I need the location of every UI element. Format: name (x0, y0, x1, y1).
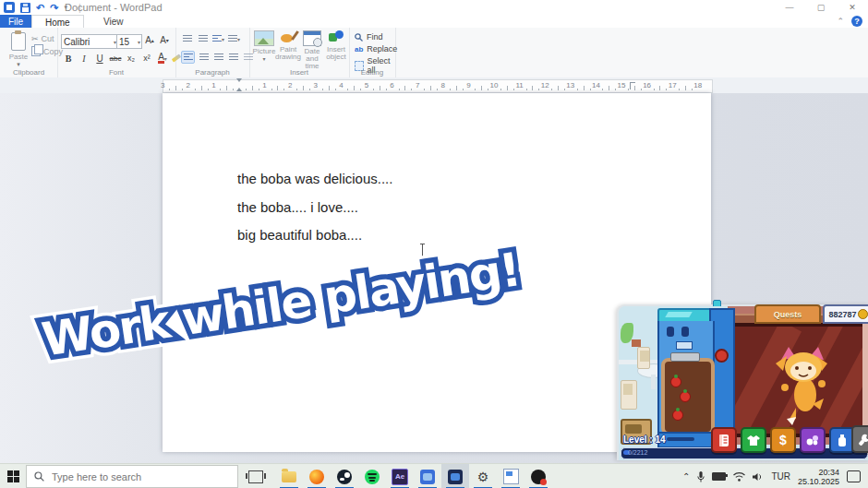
maximize-button[interactable]: ▢ (805, 0, 837, 15)
clock-date: 25.10.2025 (798, 477, 839, 486)
game-overlay[interactable]: Quests 882787 Level : 14 0/2212 $ (617, 304, 868, 460)
task-view-button[interactable] (242, 464, 270, 488)
window-controls: — ▢ ✕ (774, 0, 868, 15)
quest-log-button[interactable] (711, 427, 737, 453)
copy-icon (31, 46, 41, 56)
coin-icon (858, 309, 868, 319)
wardrobe-button[interactable] (741, 427, 766, 453)
taskbar-music-app[interactable] (524, 464, 552, 488)
taskbar-file-explorer[interactable] (275, 464, 303, 488)
shrink-font-button[interactable]: A▾ (157, 33, 172, 46)
wrench-icon (858, 434, 868, 446)
strikethrough-button[interactable]: abc (108, 52, 123, 65)
document-text: the boba was delicious.... the boba.... … (237, 165, 392, 250)
save-icon[interactable] (20, 3, 30, 13)
taskbar-settings[interactable]: ⚙ (469, 464, 497, 488)
replace-button[interactable]: ab Replace (355, 44, 397, 54)
windows-logo-icon (7, 470, 19, 482)
shop-button[interactable]: $ (770, 427, 796, 453)
action-center-icon[interactable] (847, 470, 861, 482)
justify-button[interactable] (227, 52, 239, 63)
ruler-number: 7 (412, 81, 423, 89)
underline-button[interactable]: U (92, 52, 107, 65)
machine-red-button[interactable] (715, 349, 729, 363)
ruler-number: 13 (565, 81, 576, 89)
superscript-button[interactable]: x² (139, 52, 154, 65)
increase-indent-button[interactable] (197, 33, 209, 44)
indent-marker[interactable] (235, 78, 243, 94)
tab-view[interactable]: View (90, 15, 137, 28)
titlebar: ↶ ↷ ▾ | Document - WordPad — ▢ ✕ (0, 0, 868, 15)
insert-object-button[interactable]: Insert object (323, 30, 349, 61)
taskbar-game-app[interactable] (414, 464, 441, 488)
decrease-indent-button[interactable] (181, 33, 193, 44)
picture-button[interactable]: Picture▾ (251, 30, 277, 62)
align-left-button[interactable] (181, 51, 195, 64)
ruler-strip[interactable]: 321123456789101112131415161718 (163, 79, 713, 93)
tab-file[interactable]: File (0, 15, 31, 28)
taskbar-spotify[interactable] (358, 464, 386, 488)
ruler-number: 15 (616, 81, 627, 89)
spotify-icon (365, 470, 380, 484)
list-button[interactable]: ▾ (212, 33, 224, 44)
text-cursor (422, 244, 423, 257)
taskbar-search[interactable] (26, 465, 238, 488)
wifi-icon[interactable] (733, 472, 745, 482)
tray-expand-icon[interactable]: ⌃ (682, 471, 690, 482)
microphone-icon[interactable] (697, 471, 705, 482)
taskbar-firefox[interactable] (303, 464, 331, 488)
collapse-ribbon-icon[interactable]: ⌃ (837, 17, 844, 26)
grow-font-button[interactable]: A▴ (142, 33, 157, 46)
taskbar-boba-game-active[interactable] (441, 464, 469, 488)
group-clipboard: Paste ▾ ✂ Cut Copy Clipboard (0, 28, 58, 77)
language-indicator[interactable]: TUR (771, 471, 790, 482)
ruler-number: 17 (667, 81, 678, 89)
cut-button[interactable]: ✂ Cut (31, 34, 54, 43)
bold-button[interactable]: B (61, 52, 76, 65)
find-button[interactable]: Find (355, 32, 383, 42)
line-spacing-button[interactable]: ▾ (228, 33, 240, 44)
cafe-chair (621, 380, 637, 410)
redo-icon[interactable]: ↷ (50, 3, 58, 13)
tab-home[interactable]: Home (31, 15, 84, 29)
insert-object-icon (329, 30, 344, 44)
undo-icon[interactable]: ↶ (36, 3, 44, 13)
game-app-icon (420, 470, 435, 484)
date-time-icon (303, 30, 321, 46)
font-family-select[interactable]: Calibri▾ (61, 34, 118, 49)
taskbar-steam[interactable] (331, 464, 358, 488)
quests-button[interactable]: Quests (754, 304, 821, 324)
gems-button[interactable] (800, 427, 826, 453)
paint-drawing-button[interactable]: Paint drawing (275, 30, 301, 61)
help-button[interactable]: ? (851, 16, 862, 27)
search-icon (34, 471, 44, 482)
font-color-button[interactable]: A▾ (155, 52, 170, 65)
subscript-button[interactable]: x₂ (124, 52, 139, 65)
battery-icon[interactable] (712, 472, 726, 481)
minimize-button[interactable]: — (774, 0, 805, 15)
system-tray: ⌃ TUR 20:34 25.10.2025 (682, 468, 868, 486)
align-right-button[interactable] (212, 52, 224, 63)
speaker-icon[interactable] (753, 472, 764, 482)
ruler-number: 2 (183, 81, 194, 89)
taskbar-after-effects[interactable]: Ae (386, 464, 414, 488)
date-time-button[interactable]: Date and time (299, 30, 325, 70)
group-insert: Picture▾ Paint drawing Date and time Ins… (249, 28, 350, 77)
taskbar-clock[interactable]: 20:34 25.10.2025 (798, 468, 839, 486)
taskbar-media-app[interactable] (497, 464, 524, 488)
ruler-number: 9 (463, 81, 474, 89)
close-button[interactable]: ✕ (837, 0, 868, 15)
paste-button[interactable]: Paste ▾ (6, 30, 31, 71)
align-center-button[interactable] (198, 52, 210, 63)
game-room (728, 306, 868, 445)
start-button[interactable] (0, 464, 26, 488)
coin-counter[interactable]: 882787 (823, 304, 868, 324)
settings-wrench-button[interactable] (851, 425, 868, 453)
font-size-select[interactable]: 15▾ (116, 34, 142, 49)
wordpad-app-icon[interactable] (4, 2, 15, 13)
italic-button[interactable]: I (77, 52, 91, 65)
align-left-icon (184, 54, 193, 61)
justify-icon (229, 54, 238, 61)
search-input[interactable] (50, 470, 201, 483)
level-label: Level : 14 (623, 434, 666, 445)
